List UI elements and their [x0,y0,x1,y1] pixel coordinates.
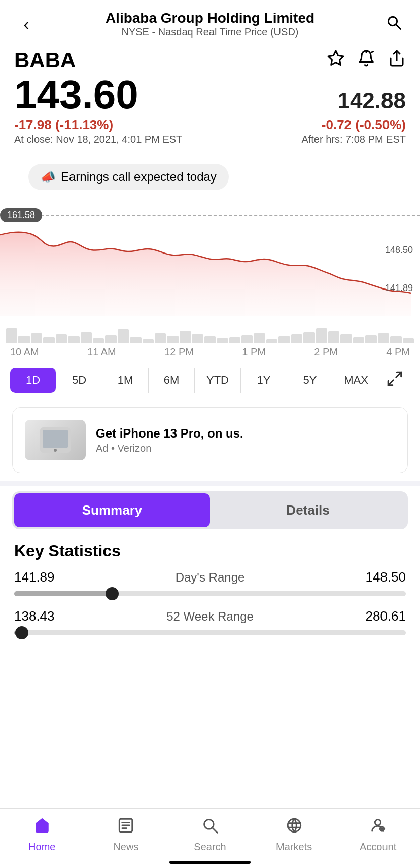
nav-search[interactable]: Search [180,817,240,853]
time-label-1pm: 1 PM [242,346,266,358]
volume-bar [68,336,79,343]
volume-bar [105,335,116,343]
period-5y-button[interactable]: 5Y [287,368,333,393]
volume-bar [192,334,203,343]
watchlist-icon[interactable] [327,49,345,71]
volume-bar [204,336,216,343]
time-label-10am: 10 AM [10,346,39,358]
earnings-badge[interactable]: 📣 Earnings call expected today [28,164,229,190]
nav-news[interactable]: News [95,817,156,853]
home-svg [33,817,51,834]
volume-bar [403,338,414,343]
price-change-after: -0.72 (-0.50%) [322,117,406,133]
ad-image [25,420,86,460]
volume-bar [278,336,290,343]
chart-expand-button[interactable] [379,370,410,391]
nav-news-label: News [113,841,138,853]
volume-bar [365,335,376,343]
search-icon[interactable] [381,14,406,34]
days-range-low: 141.89 [14,569,70,585]
days-range-fill [14,591,112,596]
header: ‹ Alibaba Group Holding Limited NYSE - N… [0,0,420,43]
volume-bar [118,329,129,343]
volume-bar [229,337,240,343]
period-1m-button[interactable]: 1M [102,368,149,393]
week52-range-label: 52 Week Range [70,609,350,624]
price-change-main: -17.98 (-11.13%) [14,117,182,133]
share-icon[interactable] [388,49,406,71]
days-range-high: 148.50 [350,569,406,585]
stock-chart[interactable]: 161.58 148.50 141.89 [0,204,420,361]
period-1y-button[interactable]: 1Y [241,368,287,393]
nav-account-label: Account [360,841,396,853]
ad-label: Ad • Verizon [96,443,395,454]
volume-bar [31,333,42,343]
volume-bar [81,332,92,343]
ticker-actions [327,49,406,71]
chart-high-label: 148.50 [385,245,413,256]
volume-bar [241,335,253,343]
period-max-button[interactable]: MAX [333,368,379,393]
ad-banner[interactable]: Get iPhone 13 Pro, on us. Ad • Verizon [12,407,408,473]
period-5d-button[interactable]: 5D [56,368,102,393]
volume-bar [303,332,314,343]
home-icon [33,817,51,838]
period-6m-button[interactable]: 6M [149,368,195,393]
volume-bars [0,318,420,343]
after-hrs-label: After hrs: 7:08 PM EST [301,134,406,146]
chart-low-label: 141.89 [385,283,413,294]
tab-summary[interactable]: Summary [14,493,210,527]
time-axis: 10 AM 11 AM 12 PM 1 PM 2 PM 4 PM [0,343,420,361]
search-svg [201,817,219,834]
volume-bar [130,337,141,343]
at-close-label: At close: Nov 18, 2021, 4:01 PM EST [14,134,182,146]
week52-range-high: 280.61 [350,608,406,624]
ad-tag: Ad • Verizon [96,443,151,454]
svg-point-10 [54,449,57,452]
days-range-row: 141.89 Day's Range 148.50 [14,569,406,585]
time-label-12pm: 12 PM [164,346,194,358]
markets-svg [286,817,303,834]
volume-bar [390,336,401,343]
week52-range-row: 138.43 52 Week Range 280.61 [14,608,406,624]
volume-bar [180,331,191,343]
time-label-11am: 11 AM [87,346,116,358]
megaphone-icon: 📣 [41,170,56,184]
price-after-hours: 142.88 [337,88,406,114]
ticker-symbol: BABA [14,48,76,73]
iphone-illustration [30,425,81,455]
alert-icon[interactable] [357,49,375,71]
volume-bar [353,337,364,343]
period-selector: 1D 5D 1M 6M YTD 1Y 5Y MAX [0,361,420,399]
period-1d-button[interactable]: 1D [10,368,56,393]
volume-bar [378,333,389,343]
nav-home[interactable]: Home [12,817,73,853]
week52-range-low: 138.43 [14,608,70,624]
svg-point-20 [375,820,381,825]
back-button[interactable]: ‹ [14,14,39,34]
tab-details[interactable]: Details [210,493,406,527]
markets-icon [286,817,303,838]
volume-bar [143,339,154,343]
account-svg [369,817,387,834]
bottom-navigation: Home News Search [0,808,420,868]
period-ytd-button[interactable]: YTD [195,368,241,393]
reference-price-label: 161.58 [0,208,42,222]
news-svg [117,817,134,834]
price-main: 143.60 [14,75,138,115]
nav-markets-label: Markets [276,841,312,853]
days-range-thumb [106,587,119,600]
svg-point-17 [288,819,301,832]
chart-svg-wrapper: 148.50 141.89 [0,204,420,318]
ad-title: Get iPhone 13 Pro, on us. [96,426,395,441]
nav-account[interactable]: Account [347,817,408,853]
volume-bar [254,333,265,343]
volume-bar [217,338,228,343]
nav-markets[interactable]: Markets [264,817,325,853]
volume-bar [155,333,166,343]
volume-bar [43,337,54,343]
svg-marker-2 [328,51,343,65]
volume-bar [328,331,339,343]
news-icon [117,817,134,838]
days-range-label: Day's Range [70,570,350,585]
